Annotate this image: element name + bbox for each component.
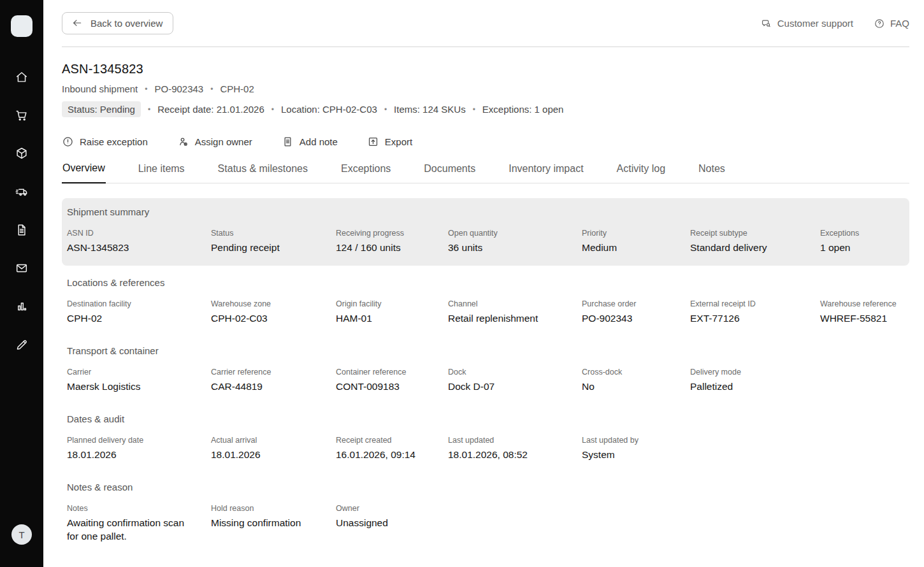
- field-hold-reason: Hold reasonMissing confirmation: [211, 504, 336, 543]
- bullet-separator: •: [384, 105, 387, 114]
- action-label: Add note: [300, 136, 338, 147]
- fields-grid: NotesAwaiting confirmation scan for one …: [67, 504, 909, 543]
- back-button-label: Back to overview: [90, 18, 162, 29]
- section-transport-container: Transport & containerCarrierMaersk Logis…: [62, 345, 909, 394]
- field-value: HAM-01: [336, 312, 448, 326]
- arrow-left-icon: [71, 17, 83, 29]
- section-title: Transport & container: [67, 345, 909, 356]
- fields-grid: Planned delivery date18.01.2026Actual ar…: [67, 436, 909, 462]
- tab-line-items[interactable]: Line items: [138, 161, 185, 183]
- field-value: Pending receipt: [211, 241, 329, 255]
- field-last-updated-by: Last updated bySystem: [582, 436, 690, 462]
- field-origin-facility: Origin facilityHAM-01: [336, 299, 448, 326]
- tab-documents[interactable]: Documents: [423, 161, 476, 183]
- field-value: Maersk Logistics: [67, 380, 185, 394]
- bullet-separator: •: [271, 105, 274, 114]
- fields-grid: CarrierMaersk LogisticsCarrier reference…: [67, 368, 909, 394]
- field-label: Status: [211, 229, 336, 238]
- field-priority: PriorityMedium: [582, 229, 690, 255]
- tab-activity-log[interactable]: Activity log: [616, 161, 666, 183]
- tab-inventory-impact[interactable]: Inventory impact: [508, 161, 584, 183]
- tab-status-milestones[interactable]: Status & milestones: [217, 161, 308, 183]
- customer-support-label: Customer support: [777, 18, 853, 29]
- status-badge: Status: Pending: [62, 101, 141, 117]
- field-owner: OwnerUnassigned: [336, 504, 448, 543]
- sidebar-item-cart[interactable]: [15, 108, 29, 122]
- field-value: 124 / 160 units: [336, 241, 448, 255]
- field-warehouse-zone: Warehouse zoneCPH-02-C03: [211, 299, 336, 326]
- main-content: Back to overview Customer support FAQ AS…: [43, 0, 924, 567]
- user-plus-icon: [177, 136, 189, 148]
- cart-icon: [15, 108, 29, 122]
- field-label: External receipt ID: [690, 299, 820, 308]
- field-external-receipt-id: External receipt IDEXT-77126: [690, 299, 820, 326]
- field-label: Actual arrival: [211, 436, 336, 445]
- field-carrier-reference: Carrier referenceCAR-44819: [211, 368, 336, 394]
- field-label: Last updated: [448, 436, 582, 445]
- chart-icon: [15, 299, 29, 313]
- tab-exceptions[interactable]: Exceptions: [340, 161, 391, 183]
- export-icon: [367, 136, 379, 148]
- tab-overview[interactable]: Overview: [62, 161, 106, 183]
- bullet-separator: •: [473, 105, 475, 114]
- sidebar-item-chart[interactable]: [15, 299, 29, 313]
- field-label: Warehouse reference: [820, 299, 909, 308]
- field-value: 18.01.2026: [211, 449, 329, 462]
- back-to-overview-button[interactable]: Back to overview: [62, 12, 173, 34]
- page-title: ASN-1345823: [62, 62, 909, 76]
- field-label: Destination facility: [67, 299, 211, 308]
- pencil-icon: [15, 338, 29, 352]
- mail-icon: [15, 261, 29, 275]
- field-label: Planned delivery date: [67, 436, 211, 445]
- sidebar-item-document[interactable]: [15, 223, 29, 237]
- field-value: 1 open: [820, 241, 909, 255]
- field-exceptions: Exceptions1 open: [820, 229, 909, 255]
- chat-search-icon: [761, 18, 772, 29]
- assign-owner-button[interactable]: Assign owner: [177, 136, 252, 148]
- meta-part: CPH-02: [220, 83, 254, 94]
- note-icon: [282, 136, 294, 148]
- field-label: Carrier: [67, 368, 211, 377]
- sidebar-item-package[interactable]: [15, 147, 29, 161]
- customer-support-link[interactable]: Customer support: [761, 18, 853, 29]
- field-label: Delivery mode: [690, 368, 820, 377]
- field-carrier: CarrierMaersk Logistics: [67, 368, 211, 394]
- add-note-button[interactable]: Add note: [282, 136, 338, 148]
- field-label: Last updated by: [582, 436, 690, 445]
- field-last-updated: Last updated18.01.2026, 08:52: [448, 436, 582, 462]
- section-locations-references: Locations & referencesDestination facili…: [62, 277, 909, 326]
- field-value: Standard delivery: [690, 241, 809, 255]
- field-value: Dock D-07: [448, 380, 567, 394]
- field-channel: ChannelRetail replenishment: [448, 299, 582, 326]
- field-label: Cross-dock: [582, 368, 690, 377]
- sidebar-item-truck[interactable]: [15, 185, 29, 199]
- page-head: ASN-1345823 Inbound shipment•PO-902343•C…: [62, 47, 909, 117]
- avatar[interactable]: T: [11, 524, 32, 545]
- field-value: CONT-009183: [336, 380, 448, 394]
- field-label: Dock: [448, 368, 582, 377]
- document-icon: [15, 223, 29, 237]
- avatar-initial: T: [18, 529, 24, 540]
- tab-notes[interactable]: Notes: [698, 161, 726, 183]
- field-dock: DockDock D-07: [448, 368, 582, 394]
- sidebar-item-mail[interactable]: [15, 261, 29, 275]
- faq-link[interactable]: FAQ: [874, 18, 909, 29]
- bullet-separator: •: [210, 85, 213, 94]
- field-open-quantity: Open quantity36 units: [448, 229, 582, 255]
- field-label: Channel: [448, 299, 582, 308]
- field-receiving-progress: Receiving progress124 / 160 units: [336, 229, 448, 255]
- topbar: Back to overview Customer support FAQ: [62, 0, 909, 47]
- export-button[interactable]: Export: [367, 136, 412, 148]
- home-icon: [15, 70, 29, 84]
- field-label: Receiving progress: [336, 229, 448, 238]
- truck-icon: [15, 185, 29, 199]
- question-circle-icon: [874, 18, 885, 29]
- raise-exception-button[interactable]: Raise exception: [62, 136, 148, 148]
- sidebar-item-home[interactable]: [15, 70, 29, 84]
- field-value: Retail replenishment: [448, 312, 567, 326]
- tabs-row: OverviewLine itemsStatus & milestonesExc…: [62, 161, 909, 183]
- sidebar-item-pencil[interactable]: [15, 338, 29, 352]
- bullet-separator: •: [148, 105, 150, 114]
- field-value: 16.01.2026, 09:14: [336, 449, 448, 462]
- detail-sections: Shipment summaryASN IDASN-1345823StatusP…: [62, 198, 909, 543]
